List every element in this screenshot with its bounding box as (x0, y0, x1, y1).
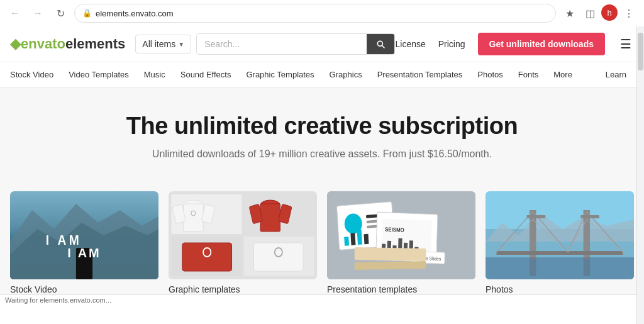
site-header: ◆envatoelements All items ▼ License Pric… (0, 26, 644, 87)
graphic-templates-card[interactable]: Graphic templates (169, 191, 317, 294)
address-bar[interactable]: 🔒 elements.envato.com (74, 4, 556, 23)
svg-rect-58 (527, 215, 546, 218)
sidebar-item-graphic-templates[interactable]: Graphic Templates (238, 62, 321, 87)
sidebar-item-video-templates[interactable]: Video Templates (61, 62, 136, 87)
svg-rect-59 (580, 215, 599, 218)
stock-video-image: I AM (10, 191, 158, 279)
status-text: Waiting for elements.envato.com... (5, 296, 111, 304)
back-button[interactable]: ← (6, 4, 24, 22)
stock-video-label: Stock Video (10, 279, 158, 294)
i-am-text: I AM (46, 232, 82, 247)
svg-rect-41 (355, 247, 426, 261)
logo-leaf: ◆envato (10, 36, 65, 52)
extensions-button[interactable]: ◫ (581, 4, 599, 22)
photos-image (486, 191, 634, 279)
stock-video-card[interactable]: I AM Stock Video (10, 191, 158, 294)
hero-subtitle: Unlimited downloads of 19+ million creat… (13, 148, 631, 160)
search-input[interactable] (197, 34, 367, 54)
presentation-templates-card[interactable]: SEISMO Google Slides Pr (327, 191, 475, 294)
presentation-templates-label: Presentation templates (327, 279, 475, 294)
pricing-link[interactable]: Pricing (438, 39, 465, 49)
sidebar-item-learn[interactable]: Learn (598, 62, 634, 87)
tshirt-svg (169, 191, 317, 279)
all-items-button[interactable]: All items ▼ (135, 35, 191, 53)
svg-rect-10 (260, 204, 280, 232)
chevron-down-icon: ▼ (178, 41, 184, 48)
bridge-svg (486, 191, 634, 279)
sidebar-item-sound-effects[interactable]: Sound Effects (173, 62, 239, 87)
search-icon (375, 39, 386, 49)
cta-button[interactable]: Get unlimited downloads (478, 33, 605, 55)
sidebar-item-more[interactable]: More (546, 62, 580, 87)
status-bar: Waiting for elements.envato.com... (0, 294, 644, 306)
logo[interactable]: ◆envatoelements (10, 36, 125, 52)
reload-button[interactable]: ↻ (52, 4, 69, 22)
svg-rect-27 (357, 230, 362, 245)
svg-rect-26 (350, 233, 355, 245)
mountain-svg: I AM (10, 191, 158, 279)
category-nav: Stock Video Video Templates Music Sound … (0, 62, 644, 87)
svg-rect-25 (344, 237, 349, 246)
sidebar-item-graphics[interactable]: Graphics (322, 62, 370, 87)
search-button[interactable] (367, 34, 394, 54)
person-figure (76, 248, 92, 279)
svg-rect-49 (496, 251, 623, 255)
svg-rect-4 (184, 204, 203, 232)
presentation-templates-image: SEISMO Google Slides (327, 191, 475, 279)
scrollbar-thumb[interactable] (638, 33, 643, 70)
svg-rect-42 (355, 261, 426, 270)
cards-section: I AM Stock Video (0, 179, 644, 294)
url-text: elements.envato.com (96, 9, 548, 18)
hamburger-button[interactable]: ☰ (618, 34, 634, 54)
sidebar-item-music[interactable]: Music (136, 62, 173, 87)
cards-row: I AM Stock Video (10, 191, 634, 294)
svg-rect-60 (530, 257, 536, 276)
hero-title: The unlimited creative subscription (13, 113, 631, 140)
svg-rect-61 (584, 257, 590, 276)
graphic-templates-image (169, 191, 317, 279)
logo-envato: ◆envatoelements (10, 36, 125, 52)
nav-links: License Pricing Get unlimited downloads … (395, 33, 634, 55)
browser-chrome: ← → ↻ 🔒 elements.envato.com ★ ◫ h ⋮ (0, 0, 644, 26)
svg-text:SEISMO: SEISMO (385, 226, 404, 233)
sidebar-item-fonts[interactable]: Fonts (511, 62, 547, 87)
menu-button[interactable]: ⋮ (620, 4, 638, 22)
search-bar (196, 33, 395, 55)
bookmark-button[interactable]: ★ (561, 4, 579, 22)
all-items-label: All items (142, 39, 175, 49)
license-link[interactable]: License (395, 39, 425, 49)
scrollbar[interactable] (636, 26, 644, 324)
logo-elements-text: elements (65, 36, 125, 52)
photos-label: Photos (486, 279, 634, 294)
hero-section: The unlimited creative subscription Unli… (0, 87, 644, 179)
photos-card[interactable]: Photos (486, 191, 634, 294)
svg-rect-46 (486, 257, 634, 279)
avatar[interactable]: h (601, 4, 618, 21)
forward-button[interactable]: → (29, 4, 47, 22)
lock-icon: 🔒 (82, 9, 92, 18)
sidebar-item-photos[interactable]: Photos (470, 62, 510, 87)
sidebar-item-presentation-templates[interactable]: Presentation Templates (370, 62, 470, 87)
svg-rect-28 (364, 234, 369, 245)
presentation-svg: SEISMO Google Slides (327, 191, 475, 279)
graphic-templates-label: Graphic templates (169, 279, 317, 294)
sidebar-item-stock-video[interactable]: Stock Video (10, 62, 61, 87)
